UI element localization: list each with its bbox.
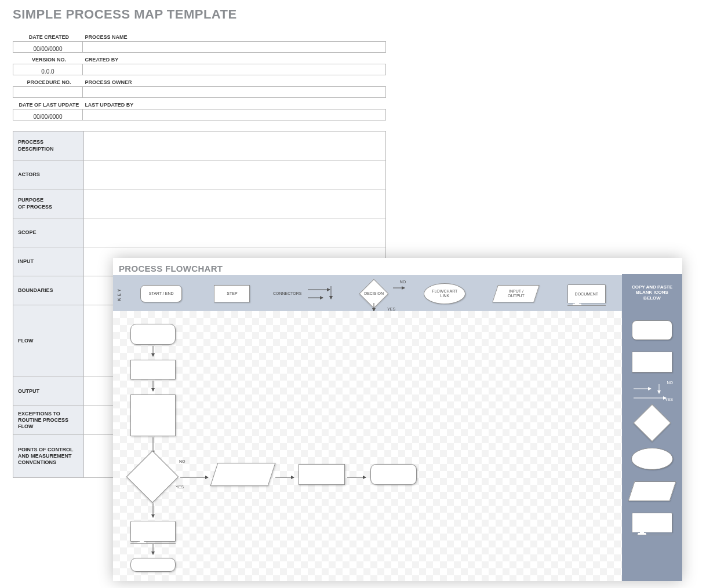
key-link-label: FLOWCHART LINK [432,289,457,298]
paste-diamond[interactable] [633,404,671,441]
meta-right-label-3: LAST UPDATED BY [82,98,385,109]
canvas-arrow-v5 [151,544,155,557]
paste-terminator[interactable] [632,320,672,340]
meta-right-label-2: PROCESS OWNER [82,75,385,87]
paste-parallelogram[interactable] [628,481,676,501]
detail-label-7: OUTPUT [13,377,84,406]
canvas-step-1[interactable] [130,360,176,379]
meta-left-label-0: DATE CREATED [13,30,83,42]
meta-right-value-3[interactable] [82,109,385,120]
key-step-label: STEP [227,291,237,296]
key-link[interactable]: FLOWCHART LINK [409,275,480,312]
meta-table: DATE CREATEDPROCESS NAME00/00/0000VERSIO… [13,30,386,120]
key-label-text: KEY [118,287,122,300]
key-connectors-label: CONNECTORS [273,291,302,296]
key-decision-label: DECISION [364,291,384,296]
detail-label-9: POINTS OF CONTROLAND MEASUREMENTCONVENTI… [13,435,84,478]
decision-no-label: NO [400,280,406,284]
flowchart-title: PROCESS FLOWCHART [113,258,682,275]
flowchart-key-bar: KEY START / END STEP CONNECTORS DECISION [113,275,682,312]
paste-column: COPY AND PASTE BLANK ICONS BELOW NO YES [622,274,682,581]
canvas-no-label: NO [179,459,185,463]
key-step[interactable]: STEP [196,275,267,312]
detail-label-3: SCOPE [13,218,84,247]
meta-left-label-3: DATE OF LAST UPDATE [13,98,83,109]
meta-left-value-2[interactable] [13,87,83,98]
detail-value-3[interactable] [84,218,386,247]
meta-right-label-1: CREATED BY [82,53,385,64]
key-decision[interactable]: DECISION NO YES [339,275,409,312]
key-document[interactable]: DOCUMENT [551,275,622,312]
paste-header: COPY AND PASTE BLANK ICONS BELOW [622,274,682,311]
canvas-decision[interactable] [126,451,179,503]
canvas-arrow-h2 [275,475,296,480]
meta-right-value-0[interactable] [82,42,385,53]
canvas-arrow-v1 [151,346,155,359]
canvas-io[interactable] [210,463,276,486]
canvas-terminator-1[interactable] [130,324,176,345]
canvas-arrow-v2 [151,381,155,393]
canvas-yes-label: YES [176,485,184,489]
step-icon: STEP [214,285,250,302]
detail-value-2[interactable] [84,189,386,218]
document-icon: DOCUMENT [567,284,606,303]
ellipse-icon: FLOWCHART LINK [424,283,465,304]
detail-label-1: ACTORS [13,160,84,189]
meta-left-value-3[interactable]: 00/00/0000 [13,109,83,120]
detail-label-8: EXCEPTIONS TOROUTINE PROCESS FLOW [13,406,84,435]
parallelogram-icon: INPUT / OUTPUT [492,285,540,302]
key-label: KEY [113,275,126,312]
canvas-arrow-h1 [180,475,210,480]
key-io-label: INPUT / OUTPUT [507,289,524,298]
canvas-arrow-h3 [347,475,368,480]
decision-yes-label: YES [387,307,395,311]
canvas-step-2[interactable] [130,395,176,436]
detail-value-0[interactable] [84,132,386,160]
terminator-icon: START / END [140,285,182,302]
key-connectors[interactable]: CONNECTORS [268,275,339,312]
page-title: SIMPLE PROCESS MAP TEMPLATE [0,0,706,25]
canvas-arrow-v4 [151,503,155,520]
meta-left-label-2: PROCEDURE NO. [13,75,83,87]
paste-step[interactable] [632,352,672,372]
paste-ellipse[interactable] [631,448,673,470]
meta-right-value-1[interactable] [82,64,385,75]
detail-label-5: BOUNDARIES [13,276,84,305]
flowchart-canvas[interactable]: NO YES [113,311,622,581]
canvas-terminator-2[interactable] [370,464,417,485]
key-document-label: DOCUMENT [575,292,598,297]
key-terminator-label: START / END [149,291,174,296]
paste-arrows[interactable]: NO YES [631,384,673,398]
detail-label-6: FLOW [13,305,84,377]
canvas-terminator-3[interactable] [130,558,176,572]
paste-yes-label: YES [665,397,673,401]
meta-right-label-0: PROCESS NAME [82,30,385,42]
meta-left-value-0[interactable]: 00/00/0000 [13,42,83,53]
paste-document[interactable] [632,513,672,532]
meta-left-value-1[interactable]: 0.0.0 [13,64,83,75]
key-io[interactable]: INPUT / OUTPUT [480,275,551,312]
paste-no-label: NO [667,381,674,385]
key-terminator[interactable]: START / END [126,275,196,312]
detail-label-0: PROCESSDESCRIPTION [13,132,84,160]
canvas-step-3[interactable] [299,464,345,485]
connector-icon [307,285,333,302]
detail-label-2: PURPOSEOF PROCESS [13,189,84,218]
flowchart-panel: PROCESS FLOWCHART KEY START / END STEP C… [113,258,682,581]
canvas-document[interactable] [130,521,176,542]
detail-value-1[interactable] [84,160,386,189]
meta-left-label-1: VERSION NO. [13,53,83,64]
decision-no-arrow-icon [393,286,407,290]
meta-right-value-2[interactable] [82,87,385,98]
detail-label-4: INPUT [13,247,84,276]
